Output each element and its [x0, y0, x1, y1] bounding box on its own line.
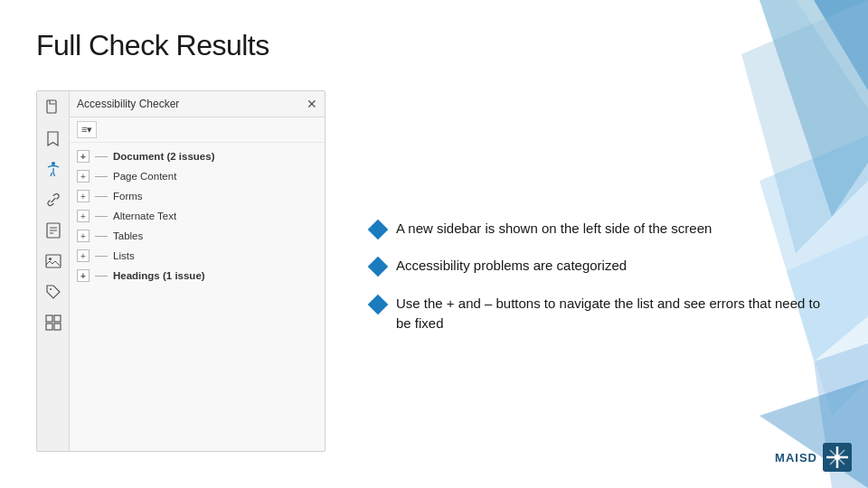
toolbar-dropdown-button[interactable]: ≡▾: [77, 121, 97, 138]
panel-main: Accessibility Checker ✕ ≡▾ + Document (2…: [70, 91, 325, 451]
svg-rect-19: [46, 324, 52, 330]
list-item-label: Lists: [113, 250, 135, 261]
expand-button[interactable]: +: [77, 249, 90, 262]
item-dash: [95, 276, 108, 277]
bullet-text-2: Accessibility problems are categorized: [396, 256, 832, 276]
list-item[interactable]: + Lists: [70, 246, 325, 266]
logo-area: MAISD: [775, 443, 852, 472]
list-item-label: Page Content: [113, 171, 176, 182]
panel-list: + Document (2 issues) + Page Content + F…: [70, 143, 325, 451]
expand-button[interactable]: +: [77, 170, 90, 183]
list-item-label: Tables: [113, 230, 143, 241]
bullet-text-3: Use the + and – buttons to navigate the …: [396, 294, 832, 333]
item-dash: [95, 176, 108, 177]
group-icon[interactable]: [44, 314, 62, 332]
accessibility-icon[interactable]: [44, 160, 62, 178]
expand-button[interactable]: +: [77, 269, 90, 282]
panel-title: Accessibility Checker: [77, 98, 179, 110]
logo-icon: [823, 443, 852, 472]
list-item[interactable]: + Forms: [70, 186, 325, 206]
svg-point-26: [835, 455, 840, 460]
page-title: Full Check Results: [36, 29, 269, 62]
bullet-item-2: Accessibility problems are categorized: [371, 256, 832, 276]
link-icon[interactable]: [44, 191, 62, 209]
list-item[interactable]: + Page Content: [70, 166, 325, 186]
close-button[interactable]: ✕: [307, 97, 317, 111]
item-dash: [95, 156, 108, 157]
bullet-text-1: A new sidebar is shown on the left side …: [396, 219, 832, 239]
list-item-label: Document (2 issues): [113, 151, 214, 162]
image-icon[interactable]: [44, 252, 62, 270]
bullet-item-1: A new sidebar is shown on the left side …: [371, 219, 832, 239]
svg-rect-18: [54, 315, 61, 322]
svg-rect-8: [47, 100, 56, 113]
icon-sidebar: [37, 91, 70, 451]
page-icon[interactable]: [44, 99, 62, 117]
svg-rect-20: [54, 324, 61, 330]
list-item-label: Forms: [113, 191, 143, 202]
svg-marker-1: [814, 0, 868, 90]
bullet-item-3: Use the + and – buttons to navigate the …: [371, 294, 832, 333]
svg-rect-17: [46, 315, 52, 322]
list-item[interactable]: + Headings (1 issue): [70, 266, 325, 286]
svg-rect-14: [46, 255, 61, 267]
bookmark-icon[interactable]: [44, 129, 62, 147]
svg-point-9: [52, 162, 55, 165]
expand-button[interactable]: +: [77, 230, 90, 242]
tag-icon[interactable]: [44, 283, 62, 301]
logo-text: MAISD: [775, 451, 817, 465]
expand-button[interactable]: +: [77, 210, 90, 222]
bullet-list: A new sidebar is shown on the left side …: [353, 90, 832, 452]
item-dash: [95, 236, 108, 237]
bullet-diamond-icon: [368, 257, 389, 277]
list-item[interactable]: + Alternate Text: [70, 206, 325, 226]
list-item-label: Alternate Text: [113, 211, 176, 221]
list-item[interactable]: + Tables: [70, 226, 325, 246]
list-item-label: Headings (1 issue): [113, 270, 205, 281]
item-dash: [95, 196, 108, 197]
expand-button[interactable]: +: [77, 190, 90, 202]
panel-header: Accessibility Checker ✕: [70, 91, 325, 117]
expand-button[interactable]: +: [77, 150, 90, 163]
panel-toolbar: ≡▾: [70, 117, 325, 143]
svg-point-15: [49, 258, 52, 260]
bullet-diamond-icon: [368, 219, 389, 239]
item-dash: [95, 216, 108, 217]
item-dash: [95, 256, 108, 257]
accessibility-checker-panel: Accessibility Checker ✕ ≡▾ + Document (2…: [36, 90, 326, 452]
bullet-diamond-icon: [368, 295, 389, 315]
list-item[interactable]: + Document (2 issues): [70, 146, 325, 166]
svg-point-16: [50, 288, 52, 290]
main-content: Accessibility Checker ✕ ≡▾ + Document (2…: [36, 90, 832, 452]
document2-icon[interactable]: [44, 221, 62, 239]
